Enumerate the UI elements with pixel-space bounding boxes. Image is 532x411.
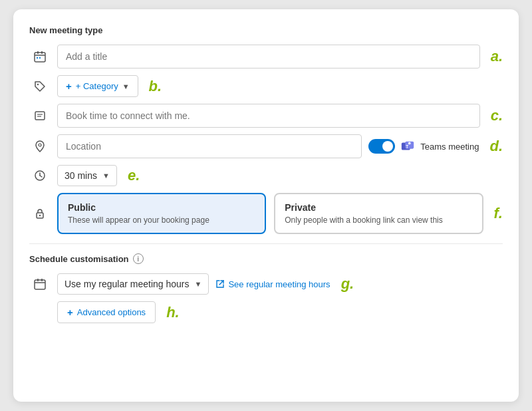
visibility-options: Public These will appear on your booking… [57, 193, 483, 234]
schedule-label: Schedule customisation [29, 254, 129, 264]
annotation-g: g. [341, 275, 354, 293]
svg-line-17 [40, 176, 42, 177]
category-plus-icon: + [66, 80, 72, 92]
public-option[interactable]: Public These will appear on your booking… [57, 193, 266, 234]
private-option[interactable]: Private Only people with a booking link … [274, 193, 483, 234]
annotation-d: d. [489, 138, 503, 155]
see-hours-label: See regular meeting hours [228, 279, 330, 289]
location-input[interactable] [57, 134, 362, 158]
hours-chevron-icon: ▼ [195, 280, 202, 288]
duration-row: 30 mins ▼ e. [29, 165, 503, 186]
schedule-hours-row: Use my regular meeting hours ▼ See regul… [29, 273, 503, 295]
tag-icon [29, 80, 51, 93]
advanced-options-button[interactable]: + Advanced options [57, 301, 156, 323]
annotation-a: a. [491, 48, 503, 65]
svg-text:T: T [406, 144, 409, 149]
new-meeting-type-card: New meeting type a. + + Category [13, 9, 519, 402]
lock-icon [29, 207, 51, 220]
card-section-title: New meeting type [29, 25, 503, 35]
hours-select[interactable]: Use my regular meeting hours ▼ [57, 273, 209, 295]
category-row: + + Category ▼ b. [29, 75, 503, 97]
teams-toggle[interactable] [368, 139, 395, 154]
description-input[interactable] [57, 104, 480, 128]
title-input[interactable] [57, 45, 480, 68]
annotation-b: b. [149, 78, 162, 95]
svg-point-6 [37, 83, 39, 84]
annotation-f: f. [494, 205, 503, 222]
duration-value: 30 mins [65, 170, 97, 181]
svg-rect-22 [37, 279, 39, 281]
advanced-row: + Advanced options h. [57, 301, 503, 323]
svg-rect-7 [35, 112, 45, 120]
visibility-container-row: Public These will appear on your booking… [29, 193, 503, 234]
duration-chevron-icon: ▼ [102, 172, 110, 180]
svg-rect-5 [39, 57, 41, 59]
svg-rect-3 [41, 51, 43, 54]
description-row: c. [29, 104, 503, 128]
teams-icon: T [400, 139, 415, 154]
category-label: + Category [76, 81, 118, 91]
svg-point-13 [408, 142, 411, 145]
location-row: T Teams meeting d. [29, 134, 503, 158]
info-icon[interactable]: i [133, 253, 144, 264]
svg-rect-4 [37, 57, 38, 59]
title-row: a. [29, 45, 503, 68]
private-desc: Only people with a booking link can view… [285, 215, 472, 225]
description-icon [29, 109, 51, 122]
clock-icon [29, 169, 51, 182]
svg-point-10 [39, 144, 41, 146]
section-divider [29, 243, 503, 244]
category-button[interactable]: + + Category ▼ [57, 75, 138, 97]
svg-rect-20 [35, 280, 45, 289]
duration-select[interactable]: 30 mins ▼ [57, 165, 117, 186]
private-title: Private [285, 202, 472, 213]
external-link-icon [215, 279, 225, 289]
svg-line-24 [219, 281, 223, 285]
annotation-h: h. [166, 304, 180, 321]
public-desc: These will appear on your booking page [68, 215, 255, 225]
see-hours-link[interactable]: See regular meeting hours [215, 279, 330, 289]
public-title: Public [68, 202, 255, 213]
svg-point-19 [39, 215, 41, 216]
hours-select-label: Use my regular meeting hours [65, 279, 190, 289]
calendar-icon [29, 50, 51, 63]
advanced-plus-icon: + [67, 307, 73, 318]
annotation-c: c. [491, 107, 503, 124]
teams-label: Teams meeting [420, 142, 479, 152]
svg-rect-2 [37, 51, 39, 54]
teams-toggle-area: T Teams meeting [368, 139, 479, 154]
advanced-label: Advanced options [77, 307, 146, 317]
schedule-section-title: Schedule customisation i [29, 253, 503, 264]
svg-rect-23 [41, 279, 43, 281]
category-chevron-icon: ▼ [122, 82, 130, 90]
location-icon [29, 140, 51, 153]
schedule-calendar-icon [29, 277, 51, 291]
annotation-e: e. [128, 167, 140, 184]
